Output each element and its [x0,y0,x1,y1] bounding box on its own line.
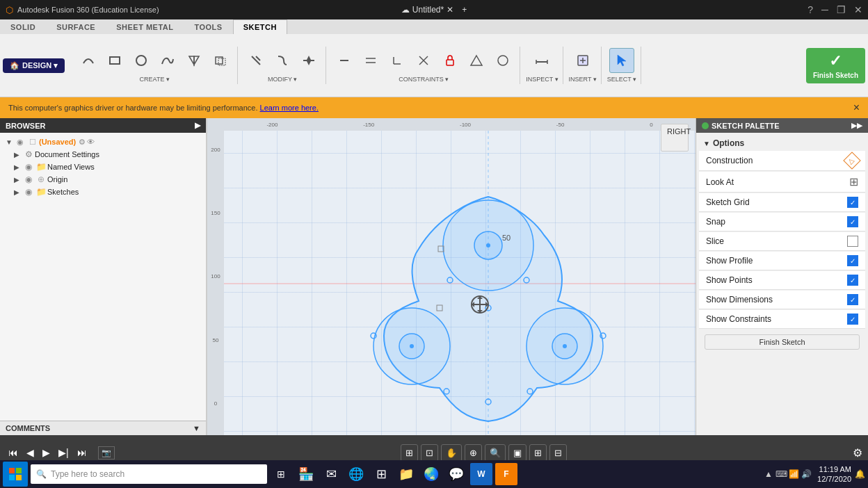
palette-expand-icon[interactable]: ▶▶ [851,121,862,130]
restore-btn[interactable]: ❐ [837,4,846,15]
close-tab-icon[interactable]: ✕ [447,5,453,15]
comments-expand[interactable]: ▼ [193,424,200,432]
svg-marker-19 [471,56,482,65]
tray-up-arrow[interactable]: ▲ [763,469,774,480]
skip-back-btn[interactable]: ⏮ [6,446,21,459]
prev-btn[interactable]: ◀ [24,446,37,459]
show-dimensions-checkbox[interactable]: ✓ [847,294,858,305]
view-tool-2[interactable]: ⊡ [421,444,438,462]
view-tool-1[interactable]: ⊞ [401,444,418,462]
taskbar-task-view[interactable]: ⊞ [270,463,292,485]
taskbar-edge[interactable]: 🌐 [345,463,367,485]
minimize-btn[interactable]: ─ [821,4,828,15]
tray-notification[interactable]: 🔔 [854,469,865,480]
finish-sketch-button[interactable]: ✓ Finish Sketch [806,48,865,83]
visibility-icon-inline[interactable]: 👁 [87,138,95,146]
tab-surface[interactable]: SURFACE [46,19,106,34]
skip-fwd-btn[interactable]: ⏭ [74,446,90,459]
pan-tool[interactable]: ✋ [441,444,462,462]
orbit-tool[interactable]: ⊕ [465,444,482,462]
circle-constraint[interactable] [490,48,515,73]
tab-sketch[interactable]: SKETCH [233,19,287,34]
palette-row-sketch-grid: Sketch Grid ✓ [699,193,865,212]
taskbar-store[interactable]: 🏪 [295,463,317,485]
circle-tool[interactable] [129,48,154,73]
tray-network[interactable]: 📶 [788,469,799,480]
insert-label: INSERT ▾ [569,76,597,83]
construction-icon[interactable]: ◁ [843,152,860,169]
ruler-mark-2: 150 [211,210,220,216]
help-icon[interactable]: ? [807,4,813,15]
new-tab-icon[interactable]: + [462,5,467,15]
show-constraints-checkbox[interactable]: ✓ [847,314,858,325]
close-btn[interactable]: ✕ [854,4,862,15]
display-tool-3[interactable]: ⊟ [549,444,567,462]
palette-status-dot [702,122,709,129]
tree-item-doc-settings[interactable]: ▶ ⚙ Document Settings [3,148,203,161]
tree-item-sketches[interactable]: ▶ ◉ 📁 Sketches [3,186,203,198]
sketch-grid-checkbox[interactable]: ✓ [847,197,858,208]
title-center: ☁ Untitled* ✕ + [401,5,467,15]
snap-checkbox[interactable]: ✓ [847,216,858,227]
tab-sheet-metal[interactable]: SHEET METAL [106,19,184,34]
tree-item-root[interactable]: ▼ ◉ ☐ (Unsaved) ⚙ 👁 [3,136,203,148]
taskbar-browser[interactable]: 🌏 [420,463,442,485]
design-button[interactable]: 🏠 DESIGN ▾ [3,58,65,73]
spline-tool[interactable] [155,48,180,73]
taskbar-explorer[interactable]: 📁 [395,463,417,485]
svg-line-6 [252,56,260,65]
taskbar-apps[interactable]: ⊞ [370,463,392,485]
taskbar-mail[interactable]: ✉ [320,463,342,485]
tri-constraint[interactable] [464,48,489,73]
tree-item-named-views[interactable]: ▶ ◉ 📁 Named Views [3,161,203,173]
show-profile-checkbox[interactable]: ✓ [847,255,858,266]
extend-tool[interactable] [270,48,295,73]
warning-dismiss[interactable]: × [853,101,860,114]
display-tool-1[interactable]: ▣ [508,444,527,462]
next-btn[interactable]: ▶| [56,446,72,459]
mirror-tool[interactable] [182,48,207,73]
zoom-tool[interactable]: 🔍 [485,444,506,462]
timeline-icon[interactable]: 📷 [98,446,115,459]
tree-item-origin[interactable]: ▶ ◉ ⊕ Origin [3,173,203,186]
comments-bar: COMMENTS ▼ [0,421,206,435]
perp-constraint[interactable] [385,48,410,73]
measure-tool[interactable] [529,48,554,73]
insert-tool[interactable] [570,48,595,73]
settings-icon-bottom[interactable]: ⚙ [853,446,862,459]
tray-keyboard[interactable]: ⌨ [775,469,787,480]
settings-icon-inline[interactable]: ⚙ [79,138,86,147]
folder-icon-sketches: 📁 [36,187,46,197]
x-constraint[interactable] [411,48,436,73]
display-tool-2[interactable]: ⊞ [529,444,547,462]
parallel-constraint[interactable] [358,48,383,73]
play-btn[interactable]: ▶ [40,446,53,459]
browser-expand-icon[interactable]: ▶ [195,121,200,130]
taskbar-word[interactable]: W [470,463,492,485]
scale-tool[interactable] [296,48,321,73]
finish-sketch-palette-button[interactable]: Finish Sketch [705,334,860,350]
tray-volume[interactable]: 🔊 [801,469,812,480]
show-points-checkbox[interactable]: ✓ [847,275,858,286]
lock-constraint[interactable] [437,48,463,73]
line-constraint[interactable] [332,48,357,73]
offset-tool[interactable] [208,48,233,73]
look-at-icon[interactable]: ⊞ [849,175,858,188]
select-tool[interactable] [609,48,634,73]
tab-solid[interactable]: SOLID [0,19,46,34]
arc-tool[interactable] [76,48,101,73]
canvas[interactable]: 200 150 100 50 0 -200 -150 -100 -50 0 [207,118,696,435]
tree-label-origin: Origin [47,175,67,184]
taskbar-time[interactable]: 11:19 AM 12/7/2020 [817,464,851,485]
rect-tool[interactable] [102,48,127,73]
search-bar[interactable]: 🔍 Type here to search [31,464,267,484]
taskbar-teams[interactable]: 💬 [445,463,467,485]
x-icon [417,54,431,67]
slice-checkbox[interactable] [847,236,858,247]
warning-link[interactable]: Learn more here. [260,104,319,112]
doc-title: Untitled* [412,5,444,15]
trim-tool[interactable] [243,48,268,73]
tab-tools[interactable]: TOOLS [184,19,232,34]
taskbar-fusion[interactable]: F [495,463,517,485]
start-button[interactable] [3,462,28,487]
